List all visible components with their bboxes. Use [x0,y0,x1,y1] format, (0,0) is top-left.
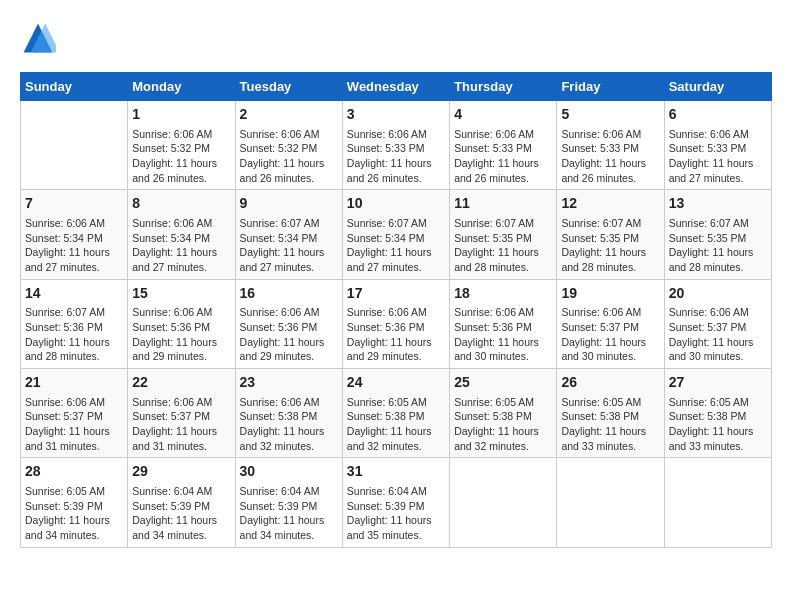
day-number: 9 [240,194,338,214]
day-number: 13 [669,194,767,214]
day-info: Sunrise: 6:04 AM Sunset: 5:39 PM Dayligh… [240,484,338,543]
col-header-thursday: Thursday [450,73,557,101]
day-number: 14 [25,284,123,304]
day-info: Sunrise: 6:06 AM Sunset: 5:37 PM Dayligh… [669,305,767,364]
calendar-cell: 1Sunrise: 6:06 AM Sunset: 5:32 PM Daylig… [128,101,235,190]
calendar-cell: 24Sunrise: 6:05 AM Sunset: 5:38 PM Dayli… [342,369,449,458]
day-info: Sunrise: 6:06 AM Sunset: 5:36 PM Dayligh… [132,305,230,364]
day-number: 6 [669,105,767,125]
day-info: Sunrise: 6:07 AM Sunset: 5:34 PM Dayligh… [347,216,445,275]
calendar-cell: 13Sunrise: 6:07 AM Sunset: 5:35 PM Dayli… [664,190,771,279]
calendar-cell: 17Sunrise: 6:06 AM Sunset: 5:36 PM Dayli… [342,279,449,368]
day-number: 29 [132,462,230,482]
calendar-week-4: 21Sunrise: 6:06 AM Sunset: 5:37 PM Dayli… [21,369,772,458]
calendar-cell: 9Sunrise: 6:07 AM Sunset: 5:34 PM Daylig… [235,190,342,279]
calendar-week-2: 7Sunrise: 6:06 AM Sunset: 5:34 PM Daylig… [21,190,772,279]
calendar-cell: 10Sunrise: 6:07 AM Sunset: 5:34 PM Dayli… [342,190,449,279]
day-number: 15 [132,284,230,304]
day-info: Sunrise: 6:05 AM Sunset: 5:38 PM Dayligh… [561,395,659,454]
day-number: 31 [347,462,445,482]
day-info: Sunrise: 6:05 AM Sunset: 5:38 PM Dayligh… [454,395,552,454]
col-header-wednesday: Wednesday [342,73,449,101]
day-number: 12 [561,194,659,214]
calendar-cell: 5Sunrise: 6:06 AM Sunset: 5:33 PM Daylig… [557,101,664,190]
day-info: Sunrise: 6:06 AM Sunset: 5:33 PM Dayligh… [561,127,659,186]
col-header-sunday: Sunday [21,73,128,101]
day-info: Sunrise: 6:07 AM Sunset: 5:35 PM Dayligh… [669,216,767,275]
calendar-cell [664,458,771,547]
day-info: Sunrise: 6:06 AM Sunset: 5:36 PM Dayligh… [347,305,445,364]
calendar-cell: 19Sunrise: 6:06 AM Sunset: 5:37 PM Dayli… [557,279,664,368]
calendar-week-1: 1Sunrise: 6:06 AM Sunset: 5:32 PM Daylig… [21,101,772,190]
day-info: Sunrise: 6:06 AM Sunset: 5:37 PM Dayligh… [561,305,659,364]
calendar-cell: 12Sunrise: 6:07 AM Sunset: 5:35 PM Dayli… [557,190,664,279]
day-info: Sunrise: 6:06 AM Sunset: 5:32 PM Dayligh… [132,127,230,186]
day-number: 21 [25,373,123,393]
calendar-table: SundayMondayTuesdayWednesdayThursdayFrid… [20,72,772,548]
day-info: Sunrise: 6:06 AM Sunset: 5:37 PM Dayligh… [132,395,230,454]
day-info: Sunrise: 6:05 AM Sunset: 5:39 PM Dayligh… [25,484,123,543]
calendar-cell: 8Sunrise: 6:06 AM Sunset: 5:34 PM Daylig… [128,190,235,279]
calendar-cell: 6Sunrise: 6:06 AM Sunset: 5:33 PM Daylig… [664,101,771,190]
day-number: 5 [561,105,659,125]
header-row: SundayMondayTuesdayWednesdayThursdayFrid… [21,73,772,101]
day-info: Sunrise: 6:06 AM Sunset: 5:33 PM Dayligh… [669,127,767,186]
day-info: Sunrise: 6:07 AM Sunset: 5:36 PM Dayligh… [25,305,123,364]
calendar-cell [21,101,128,190]
day-number: 1 [132,105,230,125]
day-info: Sunrise: 6:06 AM Sunset: 5:32 PM Dayligh… [240,127,338,186]
day-info: Sunrise: 6:06 AM Sunset: 5:37 PM Dayligh… [25,395,123,454]
day-info: Sunrise: 6:07 AM Sunset: 5:35 PM Dayligh… [561,216,659,275]
calendar-cell: 4Sunrise: 6:06 AM Sunset: 5:33 PM Daylig… [450,101,557,190]
calendar-cell: 21Sunrise: 6:06 AM Sunset: 5:37 PM Dayli… [21,369,128,458]
day-info: Sunrise: 6:06 AM Sunset: 5:36 PM Dayligh… [454,305,552,364]
day-number: 7 [25,194,123,214]
logo-icon [20,20,56,56]
day-info: Sunrise: 6:07 AM Sunset: 5:35 PM Dayligh… [454,216,552,275]
day-number: 27 [669,373,767,393]
calendar-cell [450,458,557,547]
calendar-cell: 28Sunrise: 6:05 AM Sunset: 5:39 PM Dayli… [21,458,128,547]
col-header-friday: Friday [557,73,664,101]
calendar-week-5: 28Sunrise: 6:05 AM Sunset: 5:39 PM Dayli… [21,458,772,547]
day-number: 11 [454,194,552,214]
day-number: 16 [240,284,338,304]
calendar-cell: 15Sunrise: 6:06 AM Sunset: 5:36 PM Dayli… [128,279,235,368]
day-number: 3 [347,105,445,125]
day-info: Sunrise: 6:06 AM Sunset: 5:38 PM Dayligh… [240,395,338,454]
calendar-cell: 2Sunrise: 6:06 AM Sunset: 5:32 PM Daylig… [235,101,342,190]
day-number: 10 [347,194,445,214]
calendar-cell: 23Sunrise: 6:06 AM Sunset: 5:38 PM Dayli… [235,369,342,458]
day-number: 17 [347,284,445,304]
logo [20,20,60,56]
page-header [20,20,772,56]
day-info: Sunrise: 6:06 AM Sunset: 5:34 PM Dayligh… [25,216,123,275]
day-number: 23 [240,373,338,393]
calendar-cell: 25Sunrise: 6:05 AM Sunset: 5:38 PM Dayli… [450,369,557,458]
calendar-cell: 20Sunrise: 6:06 AM Sunset: 5:37 PM Dayli… [664,279,771,368]
calendar-cell: 30Sunrise: 6:04 AM Sunset: 5:39 PM Dayli… [235,458,342,547]
day-number: 4 [454,105,552,125]
day-info: Sunrise: 6:06 AM Sunset: 5:33 PM Dayligh… [454,127,552,186]
calendar-cell: 29Sunrise: 6:04 AM Sunset: 5:39 PM Dayli… [128,458,235,547]
calendar-cell: 26Sunrise: 6:05 AM Sunset: 5:38 PM Dayli… [557,369,664,458]
col-header-tuesday: Tuesday [235,73,342,101]
day-number: 26 [561,373,659,393]
day-info: Sunrise: 6:04 AM Sunset: 5:39 PM Dayligh… [347,484,445,543]
calendar-week-3: 14Sunrise: 6:07 AM Sunset: 5:36 PM Dayli… [21,279,772,368]
calendar-cell: 31Sunrise: 6:04 AM Sunset: 5:39 PM Dayli… [342,458,449,547]
day-number: 8 [132,194,230,214]
day-number: 20 [669,284,767,304]
day-number: 19 [561,284,659,304]
calendar-cell [557,458,664,547]
day-info: Sunrise: 6:07 AM Sunset: 5:34 PM Dayligh… [240,216,338,275]
day-info: Sunrise: 6:05 AM Sunset: 5:38 PM Dayligh… [347,395,445,454]
day-number: 18 [454,284,552,304]
calendar-cell: 7Sunrise: 6:06 AM Sunset: 5:34 PM Daylig… [21,190,128,279]
day-number: 25 [454,373,552,393]
col-header-monday: Monday [128,73,235,101]
day-number: 2 [240,105,338,125]
calendar-cell: 16Sunrise: 6:06 AM Sunset: 5:36 PM Dayli… [235,279,342,368]
calendar-cell: 14Sunrise: 6:07 AM Sunset: 5:36 PM Dayli… [21,279,128,368]
day-number: 24 [347,373,445,393]
